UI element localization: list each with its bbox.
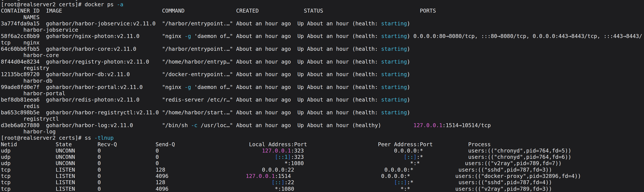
highlighted-text: ::1 — [278, 154, 288, 160]
terminal-line: CONTAINER ID IMAGE COMMAND CREATED STATU… — [1, 8, 644, 14]
highlighted-text: -c — [191, 122, 198, 128]
terminal-line: harbor-core — [1, 52, 644, 58]
highlighted-text: -g — [184, 84, 191, 90]
terminal-line: tcp nginx — [1, 40, 644, 46]
terminal-line: harbor-db — [1, 78, 644, 84]
highlighted-text: 127.0.0.1 — [246, 173, 275, 179]
terminal-line: 8f44d04e8234 goharbor/registry-photon:v2… — [1, 58, 644, 65]
highlighted-text: 127.0.0.1 — [414, 122, 442, 128]
terminal-line: registryctl — [1, 116, 644, 122]
terminal-line: tcp LISTEN 0 4096 *:1080 *:* users:(("v2… — [1, 186, 644, 192]
highlighted-text: [ — [275, 154, 278, 160]
terminal-line: harbor-log — [1, 128, 644, 135]
terminal-line: bef8db81eea6 goharbor/redis-photon:v2.11… — [1, 96, 644, 103]
highlighted-text: starting — [381, 33, 407, 39]
terminal-line: [root@realserver2 certs]# docker ps -a — [1, 1, 644, 8]
highlighted-text: ] — [281, 179, 284, 186]
highlighted-text: starting — [381, 84, 407, 90]
highlighted-text: ] — [404, 179, 407, 186]
terminal-line: redis — [1, 103, 644, 109]
terminal-line: 64c60bb6fbb5 goharbor/harbor-core:v2.11.… — [1, 46, 644, 52]
highlighted-text: -a — [117, 1, 124, 8]
terminal-line: tcp LISTEN 0 4096 127.0.0.1:1514 0.0.0.0… — [1, 173, 644, 179]
terminal-line: NAMES — [1, 14, 644, 20]
highlighted-text: starting — [381, 20, 407, 27]
highlighted-text: [ — [272, 179, 275, 186]
terminal-line: tcp LISTEN 0 128 [::]:22 [::]:* users:((… — [1, 179, 644, 186]
terminal-line: d3eb6a027880 goharbor/harbor-log:v2.11.0… — [1, 122, 644, 128]
highlighted-text: -tlnup — [94, 135, 114, 141]
terminal-line: udp UNCONN 0 0 127.0.0.1:323 0.0.0.0:* u… — [1, 148, 644, 154]
terminal-line: 12135bc89720 goharbor/harbor-db:v2.11.0 … — [1, 71, 644, 78]
highlighted-text: [ — [404, 154, 407, 160]
highlighted-text: :: — [407, 154, 414, 160]
highlighted-text: starting — [381, 58, 407, 65]
highlighted-text: 127.0.0.1 — [262, 148, 291, 154]
terminal-line: ba653c898b5e goharbor/harbor-registryctl… — [1, 109, 644, 116]
terminal-screen[interactable]: [root@realserver2 certs]# [root@realserv… — [0, 0, 644, 192]
terminal-line: harbor-portal — [1, 90, 644, 96]
highlighted-text: :: — [275, 179, 281, 186]
highlighted-text: starting — [381, 109, 407, 116]
terminal-line: 3a774fda9a15 goharbor/harbor-jobservice:… — [1, 20, 644, 27]
terminal-line: udp UNCONN 0 0 *:1080 *:* users:(("v2ray… — [1, 160, 644, 166]
terminal-line: Netid State Recv-Q Send-Q Local Address:… — [1, 141, 644, 148]
highlighted-text: starting — [381, 46, 407, 52]
terminal-line: harbor-jobservice — [1, 27, 644, 33]
terminal-line: [root@realserver2 certs]# ss -tlnup — [1, 135, 644, 141]
terminal-line: registry — [1, 65, 644, 71]
terminal-line: 99ade8fd0e7f goharbor/harbor-portal:v2.1… — [1, 84, 644, 90]
terminal-line: udp UNCONN 0 0 [::1]:323 [::]:* users:((… — [1, 154, 644, 160]
highlighted-text: starting — [381, 96, 407, 103]
highlighted-text: -g — [184, 33, 191, 39]
highlighted-text: :: — [397, 179, 404, 186]
terminal-line: 58f6a2cc8bb9 goharbor/nginx-photon:v2.11… — [1, 33, 644, 39]
highlighted-text: starting — [381, 71, 407, 78]
highlighted-text: ] — [414, 154, 417, 160]
terminal-line: tcp LISTEN 0 128 0.0.0.0:22 0.0.0.0:* us… — [1, 166, 644, 173]
highlighted-text: ] — [288, 154, 291, 160]
highlighted-text: [ — [394, 179, 397, 186]
